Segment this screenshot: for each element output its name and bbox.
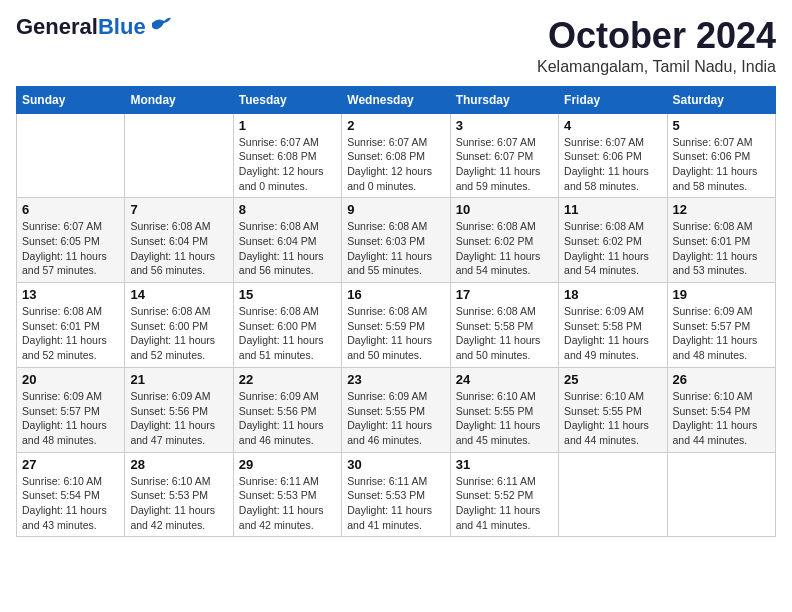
day-number: 7 [130,202,227,217]
weekday-header-friday: Friday [559,86,667,113]
calendar-week-3: 13Sunrise: 6:08 AMSunset: 6:01 PMDayligh… [17,283,776,368]
day-info: Sunrise: 6:08 AMSunset: 6:02 PMDaylight:… [456,219,553,278]
day-info: Sunrise: 6:09 AMSunset: 5:55 PMDaylight:… [347,389,444,448]
day-info: Sunrise: 6:08 AMSunset: 5:59 PMDaylight:… [347,304,444,363]
title-block: October 2024 Kelamangalam, Tamil Nadu, I… [537,16,776,76]
day-info: Sunrise: 6:09 AMSunset: 5:56 PMDaylight:… [239,389,336,448]
calendar-cell [559,452,667,537]
day-info: Sunrise: 6:08 AMSunset: 6:04 PMDaylight:… [239,219,336,278]
day-number: 31 [456,457,553,472]
logo: GeneralBlue [16,16,172,38]
calendar-cell: 20Sunrise: 6:09 AMSunset: 5:57 PMDayligh… [17,367,125,452]
day-info: Sunrise: 6:09 AMSunset: 5:57 PMDaylight:… [673,304,770,363]
day-info: Sunrise: 6:11 AMSunset: 5:53 PMDaylight:… [347,474,444,533]
calendar-cell: 6Sunrise: 6:07 AMSunset: 6:05 PMDaylight… [17,198,125,283]
month-title: October 2024 [537,16,776,56]
logo-blue-text: Blue [98,14,146,39]
weekday-header-wednesday: Wednesday [342,86,450,113]
calendar-cell: 30Sunrise: 6:11 AMSunset: 5:53 PMDayligh… [342,452,450,537]
calendar-cell: 27Sunrise: 6:10 AMSunset: 5:54 PMDayligh… [17,452,125,537]
calendar-cell [125,113,233,198]
calendar-cell: 16Sunrise: 6:08 AMSunset: 5:59 PMDayligh… [342,283,450,368]
calendar-cell: 10Sunrise: 6:08 AMSunset: 6:02 PMDayligh… [450,198,558,283]
calendar-cell: 17Sunrise: 6:08 AMSunset: 5:58 PMDayligh… [450,283,558,368]
calendar-cell: 13Sunrise: 6:08 AMSunset: 6:01 PMDayligh… [17,283,125,368]
logo-bird-icon [150,15,172,33]
calendar-cell: 31Sunrise: 6:11 AMSunset: 5:52 PMDayligh… [450,452,558,537]
day-number: 18 [564,287,661,302]
weekday-header-thursday: Thursday [450,86,558,113]
day-number: 12 [673,202,770,217]
day-info: Sunrise: 6:11 AMSunset: 5:52 PMDaylight:… [456,474,553,533]
calendar-cell: 23Sunrise: 6:09 AMSunset: 5:55 PMDayligh… [342,367,450,452]
day-number: 25 [564,372,661,387]
day-number: 23 [347,372,444,387]
calendar-cell: 2Sunrise: 6:07 AMSunset: 6:08 PMDaylight… [342,113,450,198]
calendar-cell: 14Sunrise: 6:08 AMSunset: 6:00 PMDayligh… [125,283,233,368]
calendar-cell: 24Sunrise: 6:10 AMSunset: 5:55 PMDayligh… [450,367,558,452]
calendar-table: SundayMondayTuesdayWednesdayThursdayFrid… [16,86,776,538]
calendar-header-row: SundayMondayTuesdayWednesdayThursdayFrid… [17,86,776,113]
calendar-cell: 12Sunrise: 6:08 AMSunset: 6:01 PMDayligh… [667,198,775,283]
day-info: Sunrise: 6:10 AMSunset: 5:55 PMDaylight:… [564,389,661,448]
day-number: 13 [22,287,119,302]
calendar-week-4: 20Sunrise: 6:09 AMSunset: 5:57 PMDayligh… [17,367,776,452]
calendar-cell [667,452,775,537]
day-number: 2 [347,118,444,133]
day-number: 4 [564,118,661,133]
logo-general: General [16,14,98,39]
day-info: Sunrise: 6:08 AMSunset: 5:58 PMDaylight:… [456,304,553,363]
day-number: 16 [347,287,444,302]
day-number: 6 [22,202,119,217]
calendar-cell: 28Sunrise: 6:10 AMSunset: 5:53 PMDayligh… [125,452,233,537]
calendar-cell: 11Sunrise: 6:08 AMSunset: 6:02 PMDayligh… [559,198,667,283]
calendar-week-5: 27Sunrise: 6:10 AMSunset: 5:54 PMDayligh… [17,452,776,537]
day-info: Sunrise: 6:07 AMSunset: 6:07 PMDaylight:… [456,135,553,194]
day-number: 10 [456,202,553,217]
day-info: Sunrise: 6:08 AMSunset: 6:00 PMDaylight:… [239,304,336,363]
day-info: Sunrise: 6:09 AMSunset: 5:58 PMDaylight:… [564,304,661,363]
day-number: 3 [456,118,553,133]
weekday-header-saturday: Saturday [667,86,775,113]
calendar-cell: 25Sunrise: 6:10 AMSunset: 5:55 PMDayligh… [559,367,667,452]
day-number: 14 [130,287,227,302]
calendar-cell [17,113,125,198]
calendar-cell: 22Sunrise: 6:09 AMSunset: 5:56 PMDayligh… [233,367,341,452]
day-info: Sunrise: 6:08 AMSunset: 6:02 PMDaylight:… [564,219,661,278]
day-number: 26 [673,372,770,387]
day-number: 28 [130,457,227,472]
location-text: Kelamangalam, Tamil Nadu, India [537,58,776,76]
day-info: Sunrise: 6:10 AMSunset: 5:54 PMDaylight:… [673,389,770,448]
calendar-cell: 29Sunrise: 6:11 AMSunset: 5:53 PMDayligh… [233,452,341,537]
weekday-header-tuesday: Tuesday [233,86,341,113]
day-number: 21 [130,372,227,387]
day-info: Sunrise: 6:10 AMSunset: 5:54 PMDaylight:… [22,474,119,533]
page-header: GeneralBlue October 2024 Kelamangalam, T… [16,16,776,76]
day-info: Sunrise: 6:08 AMSunset: 6:01 PMDaylight:… [22,304,119,363]
day-info: Sunrise: 6:08 AMSunset: 6:01 PMDaylight:… [673,219,770,278]
day-number: 11 [564,202,661,217]
day-info: Sunrise: 6:09 AMSunset: 5:57 PMDaylight:… [22,389,119,448]
day-number: 8 [239,202,336,217]
day-number: 20 [22,372,119,387]
calendar-cell: 26Sunrise: 6:10 AMSunset: 5:54 PMDayligh… [667,367,775,452]
day-number: 30 [347,457,444,472]
calendar-cell: 4Sunrise: 6:07 AMSunset: 6:06 PMDaylight… [559,113,667,198]
day-number: 1 [239,118,336,133]
calendar-cell: 21Sunrise: 6:09 AMSunset: 5:56 PMDayligh… [125,367,233,452]
day-number: 27 [22,457,119,472]
day-info: Sunrise: 6:10 AMSunset: 5:53 PMDaylight:… [130,474,227,533]
day-info: Sunrise: 6:10 AMSunset: 5:55 PMDaylight:… [456,389,553,448]
calendar-cell: 15Sunrise: 6:08 AMSunset: 6:00 PMDayligh… [233,283,341,368]
day-info: Sunrise: 6:08 AMSunset: 6:03 PMDaylight:… [347,219,444,278]
calendar-cell: 3Sunrise: 6:07 AMSunset: 6:07 PMDaylight… [450,113,558,198]
calendar-cell: 8Sunrise: 6:08 AMSunset: 6:04 PMDaylight… [233,198,341,283]
calendar-week-1: 1Sunrise: 6:07 AMSunset: 6:08 PMDaylight… [17,113,776,198]
day-info: Sunrise: 6:07 AMSunset: 6:06 PMDaylight:… [673,135,770,194]
weekday-header-sunday: Sunday [17,86,125,113]
calendar-cell: 18Sunrise: 6:09 AMSunset: 5:58 PMDayligh… [559,283,667,368]
calendar-week-2: 6Sunrise: 6:07 AMSunset: 6:05 PMDaylight… [17,198,776,283]
weekday-header-monday: Monday [125,86,233,113]
day-number: 5 [673,118,770,133]
day-number: 9 [347,202,444,217]
